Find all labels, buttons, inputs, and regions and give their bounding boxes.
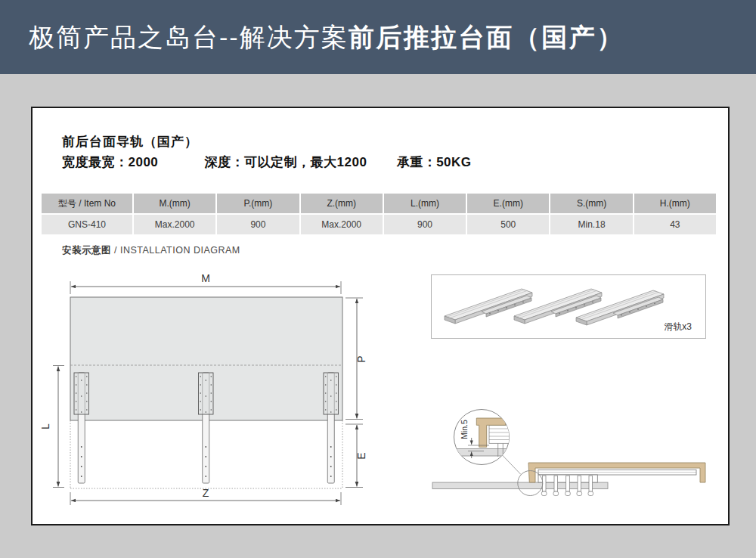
spec-table-header-row: 型号 / Item No M.(mm) P.(mm) Z.(mm) L.(mm)… bbox=[42, 194, 716, 213]
rail-left bbox=[74, 373, 89, 483]
top-view-diagram-svg: M L P E Z bbox=[39, 268, 409, 522]
col-header-l: L.(mm) bbox=[384, 194, 466, 213]
rail-center bbox=[199, 373, 214, 483]
dim-label-e: E bbox=[355, 452, 367, 459]
rail-count-label: 滑轨x3 bbox=[664, 321, 692, 332]
cell-p: 900 bbox=[217, 215, 299, 234]
dim-label-m: M bbox=[201, 272, 210, 284]
page-title: 极简产品之岛台--解决方案前后推拉台面（国产） bbox=[29, 23, 624, 51]
spec-load: 承重：50KG bbox=[397, 155, 472, 169]
spec-width: 宽度最宽：2000 bbox=[62, 155, 158, 169]
col-header-item-no: 型号 / Item No bbox=[42, 194, 132, 213]
product-name: 前后台面导轨（国产） bbox=[62, 133, 198, 150]
cell-h: 43 bbox=[634, 215, 716, 234]
cell-e: 500 bbox=[467, 215, 549, 234]
slide-header: 极简产品之岛台--解决方案前后推拉台面（国产） bbox=[0, 0, 756, 74]
detail-rail-layers bbox=[489, 425, 510, 443]
col-header-s: S.(mm) bbox=[550, 194, 632, 213]
col-header-h: H.(mm) bbox=[634, 194, 716, 213]
product-specs: 宽度最宽：2000 深度：可以定制，最大1200 承重：50KG bbox=[62, 153, 472, 171]
spec-table: 型号 / Item No M.(mm) P.(mm) Z.(mm) L.(mm)… bbox=[40, 192, 717, 236]
cell-l: 900 bbox=[384, 215, 466, 234]
installation-label-cn: 安装示意图 bbox=[62, 245, 111, 256]
detail-base-plate bbox=[454, 449, 510, 457]
spec-depth: 深度：可以定制，最大1200 bbox=[205, 155, 367, 169]
installation-diagram-label: 安装示意图 / INSTALLATION DIAGRAM bbox=[62, 244, 240, 257]
slide-rails-box-svg: 滑轨x3 bbox=[431, 274, 706, 339]
cell-s: Min.18 bbox=[550, 215, 632, 234]
base-plate bbox=[432, 482, 608, 489]
table-row: GNS-410 Max.2000 900 Max.2000 900 500 Mi… bbox=[42, 215, 716, 234]
min-gap-label: Min.5 bbox=[460, 420, 469, 439]
content-panel: 前后台面导轨（国产） 宽度最宽：2000 深度：可以定制，最大1200 承重：5… bbox=[31, 107, 730, 525]
detail-view: Min.5 bbox=[454, 410, 510, 465]
col-header-m: M.(mm) bbox=[134, 194, 215, 213]
dim-label-p: P bbox=[355, 355, 367, 362]
col-header-e: E.(mm) bbox=[467, 194, 549, 213]
cell-item-no: GNS-410 bbox=[42, 215, 132, 234]
col-header-p: P.(mm) bbox=[217, 194, 299, 213]
dim-label-z: Z bbox=[203, 487, 209, 499]
page-title-bold: 前后推拉台面（国产） bbox=[349, 23, 624, 51]
col-header-z: Z.(mm) bbox=[301, 194, 383, 213]
cell-m: Max.2000 bbox=[134, 215, 215, 234]
cross-section-diagram-svg: Min.5 bbox=[429, 403, 727, 516]
page-title-regular: 极简产品之岛台--解决方案 bbox=[29, 23, 349, 51]
rail-right bbox=[324, 373, 339, 483]
installation-label-en: / INSTALLATION DIAGRAM bbox=[111, 245, 240, 256]
dim-label-l: L bbox=[39, 423, 51, 429]
detail-leader-line bbox=[501, 454, 521, 475]
cell-z: Max.2000 bbox=[301, 215, 383, 234]
